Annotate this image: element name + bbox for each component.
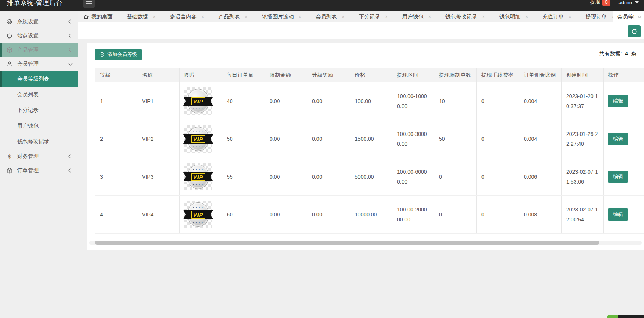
price-cell: 10000.00 — [350, 196, 392, 234]
close-icon[interactable]: × — [428, 14, 431, 19]
tab-active[interactable]: 会员等级列表 — [613, 11, 644, 22]
sidebar-item-system-settings[interactable]: 系统设置 — [0, 15, 78, 29]
daily-orders-cell: 50 — [222, 120, 265, 158]
app-title: 排单系统-管理后台 — [7, 0, 63, 7]
sidebar-item-product-management[interactable]: 产品管理 — [0, 43, 78, 57]
medal-dots — [184, 183, 212, 186]
withdraw-link[interactable]: 提现 0 — [590, 0, 610, 6]
chevron-down-icon — [69, 63, 72, 65]
sidebar-subitem-wallet-modification-records[interactable]: 钱包修改记录 — [0, 134, 78, 149]
sidebar-subitem-member-level-list[interactable]: 会员等级列表 — [0, 71, 78, 87]
level-cell: 3 — [95, 158, 137, 196]
vip-badge-image: VIP — [184, 201, 212, 228]
close-icon[interactable]: × — [482, 14, 485, 19]
hamburger-icon — [86, 1, 92, 5]
sidebar-subitem-downscore-records[interactable]: 下分记录 — [0, 102, 78, 118]
tab-label: 我的桌面 — [91, 13, 113, 20]
tab[interactable]: 轮播图片滚动 × — [262, 13, 302, 20]
sidebar-item-member-management[interactable]: 会员管理 — [0, 57, 78, 71]
cube-icon — [6, 47, 13, 53]
vip-ribbon-text: VIP — [191, 211, 205, 219]
refresh-button[interactable] — [628, 25, 641, 37]
tab[interactable]: 下分记录 × — [359, 13, 388, 20]
tab[interactable]: 产品列表 × — [218, 13, 247, 20]
tab[interactable]: 钱包明细 × — [499, 13, 528, 20]
close-icon[interactable]: × — [568, 14, 571, 19]
tab-home[interactable]: 我的桌面 — [83, 13, 113, 20]
close-icon[interactable]: × — [342, 14, 345, 19]
tab-label: 会员列表 — [316, 13, 337, 20]
sidebar-item-site-settings[interactable]: 站点设置 — [0, 29, 78, 43]
sidebar-item-label: 订单管理 — [17, 167, 39, 174]
withdraw-range-cell: 100.00-200000.00 — [392, 196, 434, 234]
column-header: 名称 — [137, 68, 180, 82]
tab[interactable]: 会员列表 × — [316, 13, 345, 20]
column-header: 价格 — [350, 68, 392, 82]
withdraw-fee-cell: 0 — [477, 196, 519, 234]
actions-cell: 编辑 — [604, 120, 644, 158]
price-cell: 1500.00 — [350, 120, 392, 158]
vip-badge-image: VIP — [184, 125, 212, 153]
withdraw-limit-cell: 10 — [434, 82, 477, 120]
commission-cell: 0.004 — [519, 82, 562, 120]
medal-dots — [184, 93, 212, 95]
sidebar-subitem-label: 钱包修改记录 — [17, 138, 49, 145]
sidebar-item-label: 产品管理 — [17, 47, 39, 53]
cube-icon — [6, 168, 13, 174]
edit-button[interactable]: 编辑 — [608, 208, 628, 221]
close-icon[interactable]: × — [201, 14, 204, 19]
sidebar-toggle-button[interactable] — [83, 0, 95, 8]
close-icon[interactable]: × — [525, 14, 528, 19]
edit-button[interactable]: 编辑 — [608, 95, 628, 107]
column-header: 提现手续费率 — [477, 68, 519, 82]
user-menu[interactable]: admin — [619, 0, 639, 5]
close-icon[interactable]: × — [385, 14, 388, 19]
sidebar-item-finance-management[interactable]: $ 财务管理 — [0, 149, 78, 163]
horizontal-scrollbar-thumb[interactable] — [95, 241, 599, 245]
tab[interactable]: 充值订单 × — [542, 13, 571, 20]
edit-button[interactable]: 编辑 — [608, 133, 628, 145]
created-at-cell: 2023-02-07 11:53:06 — [562, 158, 604, 196]
sidebar-subitem-user-wallet[interactable]: 用户钱包 — [0, 118, 78, 134]
sidebar-subitem-member-list[interactable]: 会员列表 — [0, 87, 78, 102]
vip-ribbon-text: VIP — [191, 173, 205, 181]
withdraw-limit-cell: 0 — [434, 196, 477, 234]
level-cell: 1 — [95, 82, 137, 120]
sidebar-item-order-management[interactable]: 订单管理 — [0, 163, 78, 178]
close-icon[interactable]: × — [244, 14, 247, 19]
user-icon — [6, 61, 13, 67]
add-member-level-button[interactable]: 添加会员等级 — [95, 49, 142, 60]
tab-label: 产品列表 — [218, 13, 240, 20]
column-header: 等级 — [95, 68, 137, 82]
edit-button[interactable]: 编辑 — [608, 171, 628, 183]
image-cell: VIP — [180, 82, 222, 120]
commission-cell: 0.008 — [519, 196, 562, 234]
medal-dots — [184, 206, 212, 208]
tab[interactable]: 钱包修改记录 × — [445, 13, 485, 20]
tab[interactable]: 基础数据 × — [127, 13, 156, 20]
close-icon[interactable]: × — [153, 14, 156, 19]
sidebar: 系统设置 站点设置 产品管理 会员管理 会员等级列表 会员列表 下分记录 — [0, 11, 78, 318]
tab-label: 下分记录 — [359, 13, 380, 20]
tab[interactable]: 提现订单 × — [586, 13, 615, 20]
tab[interactable]: 多语言内容 × — [170, 13, 204, 20]
upgrade-reward-cell: 0.00 — [307, 120, 350, 158]
tab[interactable]: 用户钱包 × — [402, 13, 431, 20]
tabbar: 我的桌面 基础数据 × 多语言内容 × 产品列表 × 轮播图片滚动 × — [78, 11, 644, 22]
site-icon — [6, 33, 13, 39]
created-at-cell: 2023-02-07 12:00:54 — [562, 196, 604, 234]
tab-overflow-chevron-down-icon[interactable] — [636, 16, 642, 18]
upgrade-reward-cell: 0.00 — [307, 82, 350, 120]
total-count-text: 共有数据: 4 条 — [598, 50, 636, 57]
vip-badge-image: VIP — [184, 163, 212, 190]
table-row: 2 VIP2 VIP 50 0.00 0. — [95, 120, 644, 158]
vip-ribbon-text: VIP — [191, 135, 205, 143]
circle-plus-icon — [99, 52, 105, 57]
sidebar-item-label: 财务管理 — [17, 153, 39, 160]
upgrade-reward-cell: 0.00 — [307, 196, 350, 234]
withdraw-fee-cell: 0 — [477, 82, 519, 120]
withdraw-limit-cell: 0 — [434, 158, 477, 196]
dollar-icon: $ — [6, 153, 13, 160]
tab-list: 基础数据 × 多语言内容 × 产品列表 × 轮播图片滚动 × 会员列表 × — [127, 13, 644, 20]
close-icon[interactable]: × — [299, 14, 302, 19]
